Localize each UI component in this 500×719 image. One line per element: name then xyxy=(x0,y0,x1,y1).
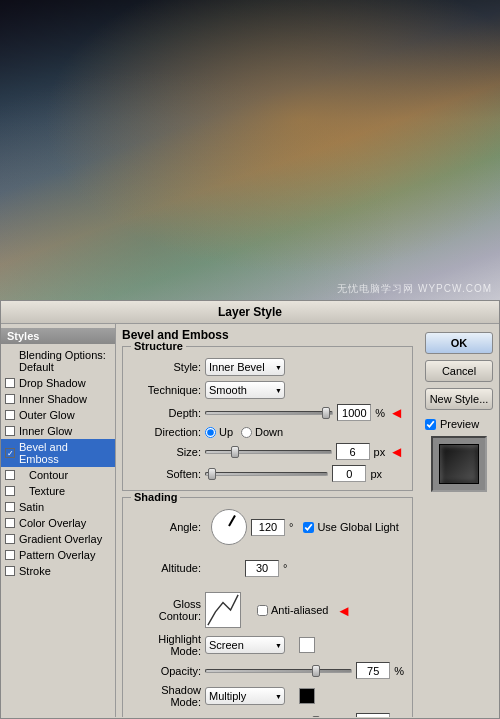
shadow-mode-select-wrap: Multiply xyxy=(205,687,285,705)
direction-up-label[interactable]: Up xyxy=(205,426,233,438)
ok-button[interactable]: OK xyxy=(425,332,493,354)
texture-checkbox[interactable] xyxy=(5,486,15,496)
style-item-inner-glow[interactable]: Inner Glow xyxy=(1,423,115,439)
angle-value-input[interactable] xyxy=(251,519,285,536)
altitude-field-label: Altitude: xyxy=(131,562,201,574)
depth-arrow: ◄ xyxy=(389,404,404,421)
angle-dial[interactable] xyxy=(211,509,247,545)
style-item-bevel-emboss[interactable]: Bevel and Emboss ◄ xyxy=(1,439,115,467)
gloss-contour-label: Gloss Contour: xyxy=(131,598,201,622)
style-item-inner-shadow[interactable]: Inner Shadow xyxy=(1,391,115,407)
photo-overlay xyxy=(0,0,500,300)
shadow-color-swatch[interactable] xyxy=(299,688,315,704)
style-item-color-overlay[interactable]: Color Overlay xyxy=(1,515,115,531)
gradient-overlay-checkbox[interactable] xyxy=(5,534,15,544)
anti-aliased-checkbox[interactable] xyxy=(257,605,268,616)
style-select[interactable]: Inner Bevel xyxy=(205,358,285,376)
shadow-opacity-input[interactable] xyxy=(356,713,390,717)
contour-label: Contour xyxy=(29,469,68,481)
size-row: Size: px ◄ xyxy=(131,443,404,460)
inner-shadow-checkbox[interactable] xyxy=(5,394,15,404)
dialog-title: Layer Style xyxy=(1,301,499,324)
stroke-checkbox[interactable] xyxy=(5,566,15,576)
depth-field-label: Depth: xyxy=(131,407,201,419)
style-item-contour[interactable]: Contour xyxy=(1,467,115,483)
pattern-overlay-checkbox[interactable] xyxy=(5,550,15,560)
shadow-opacity-row: Opacity: % xyxy=(131,713,404,717)
depth-slider[interactable] xyxy=(205,411,333,415)
anti-aliased-label[interactable]: Anti-aliased xyxy=(257,604,328,616)
highlight-mode-select-wrap: Screen xyxy=(205,636,285,654)
size-slider-thumb[interactable] xyxy=(231,446,239,458)
style-item-drop-shadow[interactable]: Drop Shadow xyxy=(1,375,115,391)
gradient-overlay-label: Gradient Overlay xyxy=(19,533,102,545)
highlight-mode-select[interactable]: Screen xyxy=(205,636,285,654)
shadow-opacity-thumb[interactable] xyxy=(312,716,320,718)
structure-section: Structure Style: Inner Bevel Technique: xyxy=(122,346,413,491)
outer-glow-checkbox[interactable] xyxy=(5,410,15,420)
style-item-stroke[interactable]: Stroke xyxy=(1,563,115,579)
contour-checkbox[interactable] xyxy=(5,470,15,480)
stroke-label: Stroke xyxy=(19,565,51,577)
gloss-contour-preview[interactable] xyxy=(205,592,241,628)
size-slider[interactable] xyxy=(205,450,332,454)
direction-up-radio[interactable] xyxy=(205,427,216,438)
cancel-button[interactable]: Cancel xyxy=(425,360,493,382)
shadow-mode-select[interactable]: Multiply xyxy=(205,687,285,705)
shadow-opacity-unit: % xyxy=(394,716,404,718)
size-field-label: Size: xyxy=(131,446,201,458)
style-select-wrap: Inner Bevel xyxy=(205,358,285,376)
highlight-mode-label: Highlight Mode: xyxy=(131,633,201,657)
use-global-light-label[interactable]: Use Global Light xyxy=(303,521,398,533)
depth-value-input[interactable] xyxy=(337,404,371,421)
technique-row: Technique: Smooth xyxy=(131,381,404,399)
inner-glow-label: Inner Glow xyxy=(19,425,72,437)
watermark: 无忧电脑学习网 WYPCW.COM xyxy=(337,282,492,296)
satin-checkbox[interactable] xyxy=(5,502,15,512)
texture-label: Texture xyxy=(29,485,65,497)
style-item-outer-glow[interactable]: Outer Glow xyxy=(1,407,115,423)
highlight-opacity-slider[interactable] xyxy=(205,669,352,673)
style-item-pattern-overlay[interactable]: Pattern Overlay xyxy=(1,547,115,563)
gloss-contour-arrow: ◄ xyxy=(336,602,351,619)
new-style-button[interactable]: New Style... xyxy=(425,388,493,410)
gloss-contour-row: Gloss Contour: Anti-aliased ◄ xyxy=(131,592,404,628)
main-panel: Bevel and Emboss Structure Style: Inner … xyxy=(116,324,419,717)
highlight-opacity-thumb[interactable] xyxy=(312,665,320,677)
soften-field-label: Soften: xyxy=(131,468,201,480)
style-item-blending-options[interactable]: Blending Options: Default xyxy=(1,347,115,375)
altitude-row: Altitude: ° xyxy=(131,550,404,586)
soften-value-input[interactable] xyxy=(332,465,366,482)
inner-glow-checkbox[interactable] xyxy=(5,426,15,436)
technique-select[interactable]: Smooth xyxy=(205,381,285,399)
soften-slider-thumb[interactable] xyxy=(208,468,216,480)
dialog-body: Styles Blending Options: Default Drop Sh… xyxy=(1,324,499,717)
use-global-light-checkbox[interactable] xyxy=(303,522,314,533)
direction-row: Direction: Up Down xyxy=(131,426,404,438)
direction-down-label[interactable]: Down xyxy=(241,426,283,438)
shadow-mode-row: Shadow Mode: Multiply xyxy=(131,684,404,708)
preview-checkbox[interactable] xyxy=(425,419,436,430)
color-overlay-checkbox[interactable] xyxy=(5,518,15,528)
depth-slider-thumb[interactable] xyxy=(322,407,330,419)
highlight-opacity-row: Opacity: % xyxy=(131,662,404,679)
size-value-input[interactable] xyxy=(336,443,370,460)
style-item-satin[interactable]: Satin xyxy=(1,499,115,515)
altitude-value-input[interactable] xyxy=(245,560,279,577)
layer-style-dialog: Layer Style Styles Blending Options: Def… xyxy=(0,300,500,719)
style-item-texture[interactable]: Texture xyxy=(1,483,115,499)
soften-slider[interactable] xyxy=(205,472,328,476)
style-item-gradient-overlay[interactable]: Gradient Overlay xyxy=(1,531,115,547)
drop-shadow-checkbox[interactable] xyxy=(5,378,15,388)
direction-field-label: Direction: xyxy=(131,426,201,438)
direction-down-text: Down xyxy=(255,426,283,438)
highlight-opacity-input[interactable] xyxy=(356,662,390,679)
angle-field-label: Angle: xyxy=(131,521,201,533)
styles-panel: Styles Blending Options: Default Drop Sh… xyxy=(1,324,116,717)
bevel-emboss-label: Bevel and Emboss xyxy=(19,441,109,465)
direction-down-radio[interactable] xyxy=(241,427,252,438)
size-arrow: ◄ xyxy=(389,443,404,460)
bevel-emboss-checkbox[interactable] xyxy=(5,448,15,458)
altitude-degree: ° xyxy=(283,562,287,574)
highlight-color-swatch[interactable] xyxy=(299,637,315,653)
